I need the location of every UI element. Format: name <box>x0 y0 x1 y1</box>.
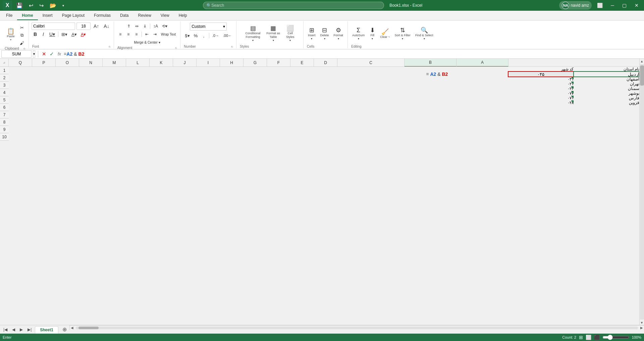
cell-F8[interactable] <box>334 100 364 105</box>
page-layout-view-button[interactable]: ⬜ <box>586 335 591 340</box>
cell-M3[interactable] <box>127 77 157 82</box>
cell-A8[interactable]: قزوین <box>574 100 639 105</box>
italic-button[interactable]: I <box>40 31 47 38</box>
cell-K2[interactable] <box>186 71 216 77</box>
row-header-9[interactable]: 9 <box>0 126 9 133</box>
cell-O5[interactable] <box>68 86 98 91</box>
cell-I6[interactable] <box>246 91 275 96</box>
select-all-button[interactable]: ⊿ <box>0 59 9 67</box>
cell-B1[interactable]: کد شهر <box>508 67 574 71</box>
cell-N2[interactable] <box>98 71 127 77</box>
autosum-button[interactable]: Σ AutoSum ▾ <box>351 26 366 41</box>
cell-G2[interactable] <box>305 71 334 77</box>
insert-cells-button[interactable]: ⊞ Insert ▾ <box>306 26 317 41</box>
cell-I1[interactable] <box>246 67 275 71</box>
number-format-dropdown[interactable]: Custom ▾ <box>190 22 227 31</box>
formula-cancel-button[interactable]: ✕ <box>41 51 47 57</box>
cell-F2[interactable] <box>334 71 364 77</box>
cell-D8[interactable] <box>394 100 423 105</box>
cell-J6[interactable] <box>216 91 246 96</box>
cell-C8[interactable] <box>423 100 508 105</box>
cell-B4[interactable]: ۰۲۱ <box>508 82 574 86</box>
cell-D6[interactable] <box>394 91 423 96</box>
sheet-next-button[interactable]: ▶ <box>18 326 25 333</box>
col-header-H[interactable]: H <box>220 59 244 67</box>
cell-D4[interactable] <box>394 82 423 86</box>
cell-P1[interactable] <box>38 67 68 71</box>
vertical-scrollbar[interactable]: ▲ ▼ <box>639 59 644 325</box>
row-header-2[interactable]: 2 <box>0 74 9 82</box>
cell-C3[interactable] <box>423 77 508 82</box>
cell-A6[interactable]: بوشهر <box>574 91 639 96</box>
sheet-tab-sheet1[interactable]: Sheet1 <box>35 326 58 334</box>
row-header-4[interactable]: 4 <box>0 89 9 96</box>
cell-A3[interactable]: اصفهان <box>574 77 639 82</box>
quick-save-button[interactable]: 💾 <box>14 2 25 9</box>
cell-N5[interactable] <box>98 86 127 91</box>
cell-P6[interactable] <box>38 91 68 96</box>
cell-O3[interactable] <box>68 77 98 82</box>
underline-button[interactable]: U▾ <box>48 31 57 38</box>
cell-D7[interactable] <box>394 96 423 100</box>
increase-indent-button[interactable]: ⇥ <box>151 31 159 38</box>
col-header-D[interactable]: D <box>314 59 337 67</box>
col-header-O[interactable]: O <box>56 59 79 67</box>
cell-N1[interactable] <box>98 67 127 71</box>
comma-button[interactable]: , <box>200 32 208 39</box>
cell-O6[interactable] <box>68 91 98 96</box>
sort-filter-button[interactable]: ⇅ Sort & Filter ▾ <box>393 26 412 41</box>
page-break-view-button[interactable]: ⬛ <box>594 335 600 340</box>
cell-L6[interactable] <box>157 91 186 96</box>
cell-Q1[interactable] <box>9 67 38 71</box>
cut-button[interactable]: ✂ <box>18 24 26 31</box>
text-direction-button[interactable]: ↕A <box>152 22 160 30</box>
fill-color-button[interactable]: A▾ <box>70 31 78 38</box>
cell-C4[interactable] <box>423 82 508 86</box>
cell-K6[interactable] <box>186 91 216 96</box>
cell-E3[interactable] <box>364 77 394 82</box>
format-as-table-button[interactable]: ▦ Format as Table ▾ <box>264 24 283 43</box>
cell-N7[interactable] <box>98 96 127 100</box>
increase-font-size-button[interactable]: A↑ <box>92 22 101 30</box>
cell-J5[interactable] <box>216 86 246 91</box>
alignment-expand-icon[interactable]: ⎋ <box>175 46 177 50</box>
cell-F3[interactable] <box>334 77 364 82</box>
row-header-7[interactable]: 7 <box>0 111 9 118</box>
cell-H2[interactable] <box>275 71 305 77</box>
cell-J4[interactable] <box>216 82 246 86</box>
number-expand-icon[interactable]: ⎋ <box>231 45 233 48</box>
tab-file[interactable]: File <box>1 11 17 20</box>
cell-O4[interactable] <box>68 82 98 86</box>
cell-L7[interactable] <box>157 96 186 100</box>
cell-G3[interactable] <box>305 77 334 82</box>
cell-E4[interactable] <box>364 82 394 86</box>
h-scroll-track[interactable] <box>76 327 638 329</box>
cell-H6[interactable] <box>275 91 305 96</box>
cell-Q8[interactable] <box>9 100 38 105</box>
cell-K5[interactable] <box>186 86 216 91</box>
cell-N3[interactable] <box>98 77 127 82</box>
user-pill[interactable]: NA navid amz <box>559 1 592 10</box>
cell-F5[interactable] <box>334 86 364 91</box>
cell-L1[interactable] <box>157 67 186 71</box>
col-header-C[interactable]: C <box>337 59 405 67</box>
cell-N4[interactable] <box>98 82 127 86</box>
col-header-B[interactable]: B <box>405 59 457 67</box>
cell-H4[interactable] <box>275 82 305 86</box>
delete-cells-button[interactable]: ⊟ Delete ▾ <box>319 26 331 41</box>
wrap-text-button[interactable]: Wrap Text <box>159 31 178 38</box>
col-header-E[interactable]: E <box>290 59 314 67</box>
cell-P3[interactable] <box>38 77 68 82</box>
minimize-button[interactable]: ─ <box>608 2 617 9</box>
row-header-8[interactable]: 8 <box>0 118 9 126</box>
cell-G8[interactable] <box>305 100 334 105</box>
cell-B2[interactable]: ۰۴۵ <box>508 71 574 77</box>
redo-button[interactable]: ↪ <box>37 2 46 9</box>
cell-M5[interactable] <box>127 86 157 91</box>
cell-Q6[interactable] <box>9 91 38 96</box>
decrease-font-size-button[interactable]: A↓ <box>102 22 111 30</box>
cell-D3[interactable] <box>394 77 423 82</box>
cell-F7[interactable] <box>334 96 364 100</box>
align-left-button[interactable]: ≡ <box>117 31 124 38</box>
paste-button[interactable]: 📋 Paste ▾ <box>4 27 17 42</box>
